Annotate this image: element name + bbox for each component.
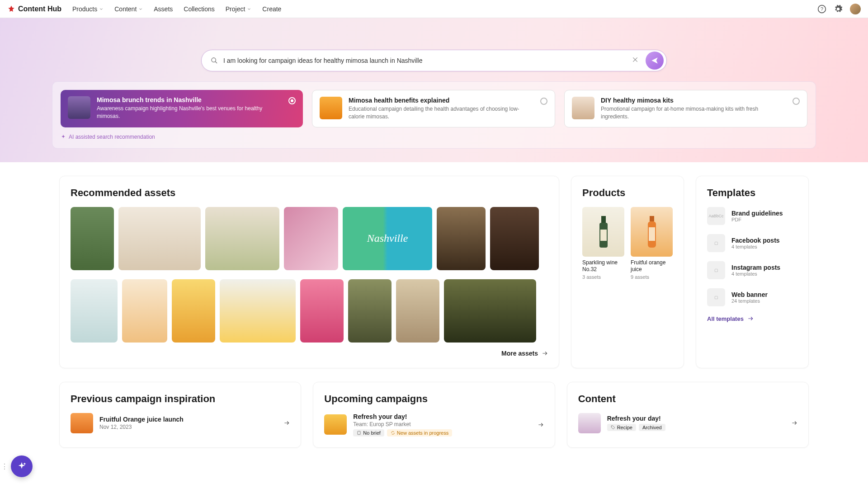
nav-item-project[interactable]: Project [226,5,252,13]
tag-assets-progress: New assets in progress [387,429,452,436]
svg-line-3 [215,61,217,63]
more-assets-link[interactable]: More assets [71,350,548,357]
svg-point-2 [212,58,216,62]
product-image [582,207,624,257]
logo-icon [7,5,15,13]
asset-thumb[interactable] [205,207,279,270]
panel-title: Templates [707,187,797,199]
logo[interactable]: Content Hub [7,5,61,13]
template-item[interactable]: ▢ Instagram posts 4 templates [707,261,797,279]
more-assets-label: More assets [501,350,538,357]
search-input[interactable] [223,57,625,64]
panel-title: Content [578,393,797,405]
search-icon [211,57,218,64]
arrow-right-icon [747,315,754,322]
nav-item-create[interactable]: Create [262,5,281,13]
campaign-title: Fruitful Orange juice launch [99,416,277,423]
asset-thumb[interactable] [122,279,167,343]
arrow-right-icon [538,422,544,428]
suggestion-card[interactable]: Mimosa health benefits explained Educati… [312,90,555,127]
suggestion-card[interactable]: DIY healthy mimosa kits Promotional camp… [564,90,807,127]
suggestion-row: Mimosa brunch trends in Nashville Awaren… [61,90,807,127]
nav-item-products[interactable]: Products [72,5,104,13]
template-meta: 4 templates [731,244,780,249]
svg-rect-9 [650,216,654,221]
asset-thumb[interactable] [490,207,539,270]
previous-campaigns-panel: Previous campaign inspiration Fruitful O… [59,382,301,448]
ai-fab-button[interactable] [11,455,33,466]
all-templates-link[interactable]: All templates [707,315,797,322]
ai-tag-label: AI assisted search recommendation [69,134,155,140]
suggestions-panel: Mimosa brunch trends in Nashville Awaren… [52,81,816,149]
content-panel: Content Refresh your day! Recipe Archive… [567,382,809,448]
asset-thumb[interactable] [444,279,536,343]
template-thumb: ▢ [707,234,725,252]
template-item[interactable]: ▢ Web banner 24 templates [707,288,797,306]
topbar: Content Hub ProductsContentAssetsCollect… [0,0,868,18]
nav-item-content[interactable]: Content [114,5,143,13]
product-name: Sparkling wine No.32 [582,259,624,273]
asset-thumb[interactable] [172,279,215,343]
campaign-team: Team: Europ SP market [353,421,531,427]
panel-title: Upcoming campaigns [324,393,543,405]
template-list: AaBbCc Brand guidelines PDF▢ Facebook po… [707,207,797,306]
asset-thumb[interactable] [284,207,338,270]
content-title: Refresh your day! [607,415,785,422]
nav-item-assets[interactable]: Assets [154,5,173,13]
template-item[interactable]: ▢ Facebook posts 4 templates [707,234,797,252]
asset-thumb[interactable] [300,279,344,343]
all-templates-label: All templates [707,315,744,322]
search-bar [201,50,667,71]
asset-thumb[interactable] [71,279,118,343]
template-name: Facebook posts [731,237,780,244]
refresh-icon [391,431,395,435]
asset-thumb[interactable] [396,279,439,343]
product-grid: Sparkling wine No.32 3 assets Fruitful o… [582,207,673,280]
campaign-title: Refresh your day! [353,413,531,420]
product-card[interactable]: Sparkling wine No.32 3 assets [582,207,624,280]
tag-archived: Archived [639,424,665,431]
product-name: Fruitful orange juice [631,259,673,273]
tag-no-brief: No brief [353,429,384,436]
send-icon [651,56,659,65]
upcoming-campaigns-panel: Upcoming campaigns Refresh your day! Tea… [313,382,555,448]
arrow-right-icon [791,420,797,426]
svg-rect-6 [601,216,606,223]
asset-thumb[interactable]: Nashville [343,207,432,270]
send-button[interactable] [646,52,664,70]
product-card[interactable]: Fruitful orange juice 9 assets [631,207,673,280]
content-item[interactable]: Refresh your day! Recipe Archived [578,413,797,433]
template-thumb: ▢ [707,288,725,306]
topbar-right: ? [817,4,861,14]
panel-title: Previous campaign inspiration [71,393,290,405]
sparkle-icon [61,134,66,140]
radio-icon [793,98,800,105]
asset-thumb[interactable] [118,207,201,270]
asset-thumb[interactable] [71,207,114,270]
chevron-down-icon [247,7,251,11]
help-icon[interactable]: ? [817,5,826,14]
clear-button[interactable] [630,55,640,66]
panel-title: Recommended assets [71,187,548,199]
bottom-row: Previous campaign inspiration Fruitful O… [52,382,816,466]
close-icon [632,56,638,63]
svg-text:?: ? [821,6,823,12]
template-meta: 24 templates [731,298,768,304]
main-grid: Recommended assets Nashville [52,176,816,368]
search-wrap [201,50,667,71]
asset-thumb[interactable] [220,279,296,343]
campaign-item[interactable]: Fruitful Orange juice launch Nov 12, 202… [71,413,290,433]
avatar[interactable] [850,4,861,14]
arrow-right-icon [542,350,548,357]
suggestion-card[interactable]: Mimosa brunch trends in Nashville Awaren… [61,90,303,127]
gear-icon[interactable] [834,5,843,14]
suggestion-desc: Awareness campaign highlighting Nashvill… [97,105,282,120]
campaign-item[interactable]: Refresh your day! Team: Europ SP market … [324,413,543,436]
asset-thumb[interactable] [348,279,392,343]
template-item[interactable]: AaBbCc Brand guidelines PDF [707,207,797,225]
nav-item-collections[interactable]: Collections [184,5,214,13]
asset-thumb[interactable] [437,207,486,270]
templates-panel: Templates AaBbCc Brand guidelines PDF▢ F… [696,176,809,368]
product-meta: 3 assets [582,274,624,280]
content-thumb [578,413,601,433]
